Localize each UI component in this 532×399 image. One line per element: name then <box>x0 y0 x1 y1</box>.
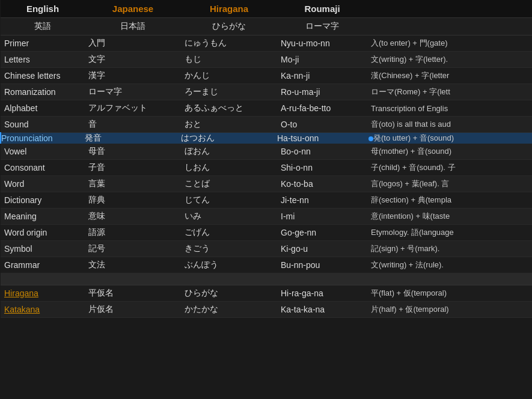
cell-english[interactable]: Katakana <box>1 302 85 318</box>
cell-english: Word <box>1 176 85 192</box>
cell-hiragana: あるふぁべっと <box>181 100 277 117</box>
cell-roumaji: Ro-u-ma-ji <box>277 84 367 100</box>
cell-english: Sound <box>1 117 85 133</box>
cell-roumaji: Ji-te-nn <box>277 192 367 209</box>
cell-japanese: 辞典 <box>85 192 181 209</box>
table-row[interactable]: Dictionary辞典じてんJi-te-nn辞(section) + 典(te… <box>1 192 532 209</box>
table-row[interactable]: Word言葉ことばKo-to-ba言(logos) + 葉(leaf). 言 <box>1 176 532 192</box>
cell-english: Dictionary <box>1 192 85 209</box>
cell-japanese: 片仮名 <box>85 302 181 318</box>
cell-hiragana: かたかな <box>181 302 277 318</box>
cell-japanese: 記号 <box>85 241 181 257</box>
cell-japanese: 子音 <box>85 160 181 176</box>
cell-english: Alphabet <box>1 100 85 117</box>
cell-japanese: 意味 <box>85 209 181 225</box>
subheader-roumaji: ローマ字 <box>277 18 367 35</box>
cell-hiragana: ごげん <box>181 225 277 241</box>
header-english: English <box>1 0 85 18</box>
cell-notes: 発(to utter) + 音(sound) <box>367 133 532 144</box>
cell-english: Chinese letters <box>1 68 85 84</box>
cell-notes: 音(oto) is all that is aud <box>367 117 532 133</box>
cell-notes: 母(mother) + 音(sound) <box>367 144 532 160</box>
cell-hiragana: しおん <box>181 160 277 176</box>
selection-indicator <box>368 136 373 141</box>
cell-hiragana: ことば <box>181 176 277 192</box>
cell-english: Symbol <box>1 241 85 257</box>
cell-japanese: 入門 <box>85 35 181 52</box>
cell-english: Pronunciation <box>1 133 85 144</box>
cell-roumaji: Nyu-u-mo-nn <box>277 35 367 52</box>
cell-japanese: アルファベット <box>85 100 181 117</box>
cell-roumaji: Bu-nn-pou <box>277 257 367 273</box>
cell-japanese: 文法 <box>85 257 181 273</box>
cell-english: Word origin <box>1 225 85 241</box>
cell-roumaji: O-to <box>277 117 367 133</box>
cell-hiragana: ぶんぽう <box>181 257 277 273</box>
cell-roumaji: Hi-ra-ga-na <box>277 285 367 302</box>
cell-japanese: 平仮名 <box>85 285 181 302</box>
table-row[interactable]: Grammar文法ぶんぽうBu-nn-pou文(writing) + 法(rul… <box>1 257 532 273</box>
cell-roumaji: I-mi <box>277 209 367 225</box>
subheader-hiragana: ひらがな <box>181 18 277 35</box>
cell-roumaji: Mo-ji <box>277 52 367 68</box>
subheader-notes <box>367 18 532 35</box>
cell-roumaji: Ki-go-u <box>277 241 367 257</box>
table-row[interactable]: Hiragana平仮名ひらがなHi-ra-ga-na平(flat) + 仮(te… <box>1 285 532 302</box>
cell-japanese: 語源 <box>85 225 181 241</box>
table-row[interactable]: Letters文字もじMo-ji文(writing) + 字(letter). <box>1 52 532 68</box>
cell-english: Letters <box>1 52 85 68</box>
table-row[interactable]: Symbol記号きごうKi-go-u記(sign) + 号(mark). <box>1 241 532 257</box>
cell-english[interactable]: Hiragana <box>1 285 85 302</box>
cell-english: Vowel <box>1 144 85 160</box>
cell-notes: 文(writing) + 字(letter). <box>367 52 532 68</box>
cell-notes: 意(intention) + 味(taste <box>367 209 532 225</box>
cell-notes: 片(half) + 仮(temporal) <box>367 302 532 318</box>
cell-notes: 平(flat) + 仮(temporal) <box>367 285 532 302</box>
subheader-row: 英語 日本語 ひらがな ローマ字 <box>1 18 532 35</box>
hiragana-link[interactable]: Hiragana <box>4 288 38 298</box>
cell-notes: 文(writing) + 法(rule). <box>367 257 532 273</box>
cell-roumaji: Ha-tsu-onn <box>277 133 367 144</box>
cell-roumaji: Go-ge-nn <box>277 225 367 241</box>
header-roumaji: Roumaji <box>277 0 367 18</box>
table-row[interactable]: Katakana片仮名かたかなKa-ta-ka-na片(half) + 仮(te… <box>1 302 532 318</box>
cell-english: Primer <box>1 35 85 52</box>
header-notes <box>367 0 532 18</box>
cell-english: Grammar <box>1 257 85 273</box>
cell-hiragana: ぼおん <box>181 144 277 160</box>
table-row[interactable]: Sound音おとO-to音(oto) is all that is aud <box>1 117 532 133</box>
cell-japanese: 音 <box>85 117 181 133</box>
cell-japanese: 文字 <box>85 52 181 68</box>
header-japanese: Japanese <box>85 0 181 18</box>
table-row[interactable]: Word origin語源ごげんGo-ge-nnEtymology. 語(lan… <box>1 225 532 241</box>
cell-roumaji: Shi-o-nn <box>277 160 367 176</box>
table-row[interactable]: Chinese letters漢字かんじKa-nn-ji漢(Chinese) +… <box>1 68 532 84</box>
cell-japanese: 言葉 <box>85 176 181 192</box>
cell-hiragana: ろーまじ <box>181 84 277 100</box>
cell-hiragana: おと <box>181 117 277 133</box>
cell-roumaji: Ka-ta-ka-na <box>277 302 367 318</box>
subheader-japanese: 日本語 <box>85 18 181 35</box>
cell-japanese: 漢字 <box>85 68 181 84</box>
cell-roumaji: Bo-o-nn <box>277 144 367 160</box>
table-row[interactable]: Primer入門にゅうもんNyu-u-mo-nn入(to enter) + 門(… <box>1 35 532 52</box>
cell-notes: Etymology. 語(language <box>367 225 532 241</box>
table-row[interactable]: Romanizationローマ字ろーまじRo-u-ma-jiローマ(Rome) … <box>1 84 532 100</box>
cell-hiragana: きごう <box>181 241 277 257</box>
cell-hiragana: ひらがな <box>181 285 277 302</box>
cell-notes: ローマ(Rome) + 字(lett <box>367 84 532 100</box>
cell-notes: 辞(section) + 典(templa <box>367 192 532 209</box>
cell-hiragana: かんじ <box>181 68 277 84</box>
table-row[interactable]: AlphabetアルファベットあるふぁべっとA-ru-fa-be-ttoTran… <box>1 100 532 117</box>
cell-hiragana: もじ <box>181 52 277 68</box>
hiragana-link[interactable]: Katakana <box>4 305 40 314</box>
cell-notes: 漢(Chinese) + 字(letter <box>367 68 532 84</box>
table-row[interactable]: Vowel母音ぼおんBo-o-nn母(mother) + 音(sound) <box>1 144 532 160</box>
cell-roumaji: Ka-nn-ji <box>277 68 367 84</box>
table-row[interactable]: Consonant子音しおんShi-o-nn子(child) + 音(sound… <box>1 160 532 176</box>
cell-japanese: 発音 <box>85 133 181 144</box>
table-row[interactable]: Pronunciation発音はつおんHa-tsu-onn発(to utter)… <box>1 133 532 144</box>
cell-english: Meaning <box>1 209 85 225</box>
table-row[interactable]: Meaning意味いみI-mi意(intention) + 味(taste <box>1 209 532 225</box>
cell-english: Consonant <box>1 160 85 176</box>
